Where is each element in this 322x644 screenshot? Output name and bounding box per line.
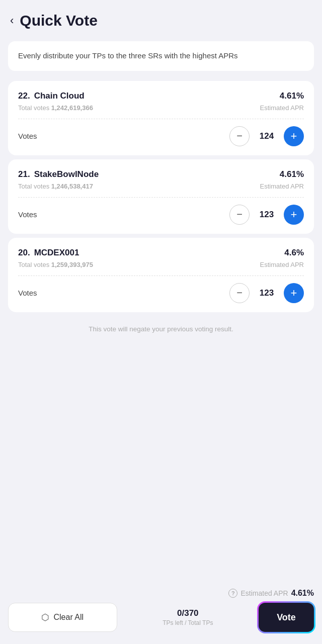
sr-card-0: 22. Chain Cloud 4.61% Total votes 1,242,… — [8, 81, 314, 155]
back-button[interactable]: ‹ — [10, 14, 14, 27]
vote-button[interactable]: Vote — [259, 603, 314, 632]
vote-count-2: 123 — [257, 288, 277, 298]
sr-name-0: Chain Cloud — [34, 91, 85, 101]
sr-votes-text-2: Votes — [18, 289, 37, 297]
vote-count-1: 123 — [257, 210, 277, 220]
help-icon[interactable]: ? — [228, 589, 237, 598]
estimated-apr-value: 4.61% — [291, 589, 314, 598]
vote-control-2: − 123 + — [229, 283, 304, 303]
tps-sublabel: TPs left / Total TPs — [123, 619, 253, 626]
clear-all-label: Clear All — [53, 613, 84, 622]
sr-estimated-apr-label-1: Estimated APR — [260, 182, 304, 190]
plus-button-1[interactable]: + — [284, 205, 304, 225]
sr-divider-0 — [18, 119, 304, 119]
sr-apr-2: 4.6% — [284, 248, 304, 258]
vote-button-wrapper: Vote — [259, 603, 314, 632]
estimated-apr-row: ? Estimated APR 4.61% — [8, 589, 314, 598]
sr-apr-0: 4.61% — [280, 91, 304, 101]
vote-control-0: − 124 + — [229, 126, 304, 146]
plus-button-2[interactable]: + — [284, 283, 304, 303]
sr-card-2: 20. MCDEX001 4.6% Total votes 1,259,393,… — [8, 238, 314, 312]
plus-button-0[interactable]: + — [284, 126, 304, 146]
sr-name-1: StakeBowlNode — [34, 169, 99, 179]
warning-text: This vote will negate your previous voti… — [15, 325, 307, 333]
sr-divider-2 — [18, 275, 304, 276]
sr-card-1: 21. StakeBowlNode 4.61% Total votes 1,24… — [8, 159, 314, 234]
sr-total-votes-label-1: Total votes 1,246,538,417 — [18, 182, 93, 190]
tps-ratio: 0/370 — [123, 608, 253, 618]
sr-rank-0: 22. — [18, 91, 30, 101]
sr-votes-text-1: Votes — [18, 210, 37, 219]
header: ‹ Quick Vote — [0, 0, 322, 37]
minus-button-2[interactable]: − — [229, 283, 250, 303]
eraser-icon: ⬡ — [41, 612, 49, 623]
sr-estimated-apr-label-2: Estimated APR — [260, 261, 304, 268]
estimated-apr-label: Estimated APR — [240, 589, 288, 597]
page-title: Quick Vote — [20, 12, 97, 29]
vote-button-border: Vote — [257, 601, 315, 633]
sr-apr-1: 4.61% — [280, 169, 304, 179]
sr-rank-2: 20. — [18, 248, 30, 258]
sr-cards-list: 22. Chain Cloud 4.61% Total votes 1,242,… — [0, 77, 322, 316]
vote-control-1: − 123 + — [229, 205, 304, 225]
minus-button-0[interactable]: − — [229, 126, 250, 146]
bottom-section: ? Estimated APR 4.61% ⬡ Clear All 0/370 … — [0, 583, 322, 644]
tps-info: 0/370 TPs left / Total TPs — [123, 608, 253, 626]
info-banner: Evenly distribute your TPs to the three … — [8, 41, 314, 71]
sr-name-2: MCDEX001 — [34, 248, 79, 258]
sr-divider-1 — [18, 197, 304, 198]
info-text: Evenly distribute your TPs to the three … — [18, 51, 238, 60]
vote-count-0: 124 — [257, 131, 277, 141]
sr-total-votes-label-0: Total votes 1,242,619,366 — [18, 104, 93, 112]
bottom-actions: ⬡ Clear All 0/370 TPs left / Total TPs V… — [8, 603, 314, 632]
sr-rank-1: 21. — [18, 169, 30, 179]
sr-votes-text-0: Votes — [18, 132, 37, 140]
minus-button-1[interactable]: − — [229, 205, 250, 225]
sr-total-votes-label-2: Total votes 1,259,393,975 — [18, 261, 93, 268]
clear-all-button[interactable]: ⬡ Clear All — [8, 603, 117, 632]
page: ‹ Quick Vote Evenly distribute your TPs … — [0, 0, 322, 644]
sr-estimated-apr-label-0: Estimated APR — [260, 104, 304, 112]
